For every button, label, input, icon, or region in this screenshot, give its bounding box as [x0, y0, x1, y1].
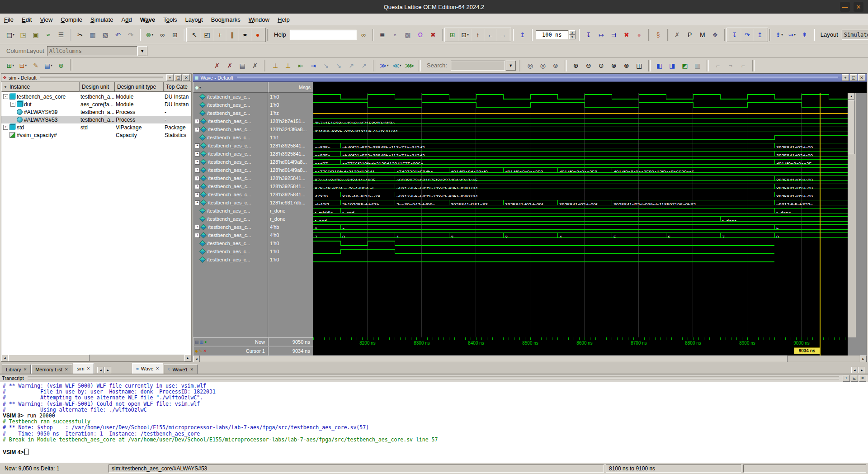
exclude-icon[interactable]: ✗	[671, 29, 683, 41]
print-icon[interactable]: ☰	[55, 29, 67, 41]
column-layout-dropdown-icon[interactable]: ▼	[137, 46, 147, 56]
close-button[interactable]: ✕	[854, 2, 863, 12]
grid-column-icon[interactable]: ▥	[692, 60, 703, 71]
cursor1-label[interactable]: Cursor 1	[207, 348, 268, 354]
back-icon[interactable]: ←	[485, 29, 496, 41]
signal-value-cell[interactable]: 128'h3925841...	[268, 150, 315, 158]
transcript-drag-handle[interactable]	[28, 376, 840, 380]
expand-icon[interactable]: +	[195, 233, 200, 238]
tab-sim[interactable]: sim✕	[73, 363, 94, 374]
remove-view-icon[interactable]: ⊟▾	[17, 60, 29, 71]
column-header-top-cate[interactable]: Top Cate	[164, 82, 191, 92]
undock-button[interactable]: ◱	[175, 74, 182, 81]
wave-horizontal-scrollbar[interactable]: ◂ ▸	[193, 356, 867, 362]
signal-value-cell[interactable]: 4'hb	[268, 223, 315, 231]
restart-icon[interactable]: ↥	[517, 29, 528, 41]
waveform-canvas[interactable]: 2b7e151628aed2a6abf7158809cf4f3c3243f6a8…	[313, 93, 848, 337]
tab-wave1[interactable]: ≈Wave1✕	[164, 365, 198, 374]
tab-memory-list[interactable]: Memory List✕	[31, 365, 72, 374]
cut-icon[interactable]: ✂	[74, 29, 86, 41]
expand-icon[interactable]: +	[195, 127, 200, 132]
wave-list-icon[interactable]: ▤	[195, 340, 199, 344]
undock-button[interactable]: ◱	[851, 375, 858, 382]
tree-row--vsim-capacity-[interactable]: #vsim_capacity#CapacityStatistics	[1, 131, 191, 139]
stretch-mode-icon[interactable]: ≍	[239, 29, 251, 41]
run-length-input[interactable]: 100 ns	[536, 30, 568, 39]
expand-icon[interactable]: +	[195, 200, 200, 205]
new-file-icon[interactable]: ▤▾	[5, 29, 16, 41]
sim-save-icon[interactable]: ≣	[377, 29, 388, 41]
expand-icon[interactable]: +	[195, 119, 200, 124]
signal-row[interactable]: +/testbench_aes_c...	[193, 142, 269, 150]
signal-value-cell[interactable]: 128'he9317db...	[268, 199, 315, 207]
signal-row[interactable]: +/testbench_aes_c...	[193, 150, 269, 158]
column-header-instance[interactable]: ▼Instance	[1, 82, 80, 92]
edit-mode-icon[interactable]: ∥	[226, 29, 238, 41]
delete-sim-icon[interactable]: ✖	[427, 29, 439, 41]
scroll-left-icon[interactable]: ◂	[193, 356, 200, 362]
tree-row-testbench-aes-core[interactable]: -testbench_aes_coretestbench_a...ModuleD…	[1, 93, 191, 100]
wave-signal-values-column[interactable]: 1'h01'h01'hz128'h2b7e151...128'h3243f6a8…	[268, 93, 313, 337]
prev-transition-icon[interactable]: ⇤	[295, 60, 307, 71]
mid-column-icon[interactable]: ◨	[666, 60, 678, 71]
margin-c-icon[interactable]: ⌐	[737, 60, 749, 71]
tab-close-icon[interactable]: ✕	[65, 367, 68, 372]
signal-row[interactable]: +/testbench_aes_c...	[193, 166, 269, 174]
zoom-in-icon[interactable]: ⊕	[570, 60, 582, 71]
wave-msg-icon[interactable]: ▥	[200, 340, 204, 344]
zoom-cursor-icon[interactable]: ⊚	[608, 60, 620, 71]
sim-grid-icon[interactable]: ▩	[402, 29, 414, 41]
timeline-ruler[interactable]: 8200 ns8300 ns8400 ns8500 ns8600 ns8700 …	[313, 337, 848, 346]
run-icon[interactable]: ↧	[583, 29, 594, 41]
zoom-range-icon[interactable]: ⊛	[621, 60, 632, 71]
left-column-icon[interactable]: ◧	[654, 60, 665, 71]
tree-row--always-39[interactable]: #ALWAYS#39testbench_a...Process-	[1, 108, 191, 116]
signal-value-cell[interactable]: 128'h3243f6a8...	[268, 125, 315, 133]
wave-panel-drag-handle[interactable]	[237, 76, 838, 80]
next-rising-icon[interactable]: ↗	[358, 60, 370, 71]
margin-b-icon[interactable]: ¬	[725, 60, 736, 71]
pan-mode-icon[interactable]: +	[214, 29, 226, 41]
open-icon[interactable]: ◳	[17, 29, 29, 41]
right-column-icon[interactable]: ◩	[679, 60, 691, 71]
dock-button[interactable]: +	[842, 74, 849, 81]
tab-close-icon[interactable]: ✕	[190, 367, 193, 372]
signal-value-cell[interactable]: 1'h1	[268, 133, 315, 142]
signal-row[interactable]: +/testbench_aes_c...	[193, 125, 269, 133]
tree-row-dut[interactable]: +dutaes_core(fa...ModuleDU Instan	[1, 100, 191, 108]
close-button[interactable]: ✕	[858, 74, 865, 81]
column-layout-combo[interactable]: AllColumns	[47, 46, 137, 56]
scroll-right-icon[interactable]: ▸	[184, 355, 191, 361]
expand-icon[interactable]: +	[195, 143, 200, 148]
step-out-icon[interactable]: ↥	[754, 29, 766, 41]
signal-value-cell[interactable]: 128'h3925841...	[268, 174, 315, 182]
expand-icon[interactable]: +	[10, 102, 15, 107]
step-over-current-icon[interactable]: ⇝▾	[786, 29, 798, 41]
knot-icon[interactable]: §	[652, 29, 664, 41]
wave-names-header[interactable]: ◆▾	[193, 82, 268, 93]
dock-button[interactable]: +	[166, 74, 174, 81]
tab-wave[interactable]: ≈Wave✕	[132, 363, 163, 374]
wave-panel-titlebar[interactable]: ▦ Wave - Default +◱✕	[193, 74, 867, 82]
paste-wave-icon[interactable]: ▤	[236, 60, 248, 71]
signal-row[interactable]: +/testbench_aes_c...	[193, 174, 269, 182]
sim-region-icon[interactable]: ▫	[389, 29, 401, 41]
signal-row[interactable]: +/testbench_aes_c...	[193, 190, 269, 199]
cursor-delete-icon[interactable]: ✕	[203, 349, 207, 353]
signal-row[interactable]: +/testbench_aes_c...	[193, 231, 269, 239]
redo-icon[interactable]: ↷	[125, 29, 137, 41]
tab-library[interactable]: Library✕	[2, 365, 31, 374]
find-icon[interactable]: ∞	[156, 29, 168, 41]
wave-msgs-header[interactable]: Msgs	[268, 82, 313, 93]
signal-row[interactable]: /testbench_aes_c...	[193, 133, 269, 142]
margin-a-icon[interactable]: ⌐	[712, 60, 724, 71]
process-icon[interactable]: ⊡▾	[459, 29, 471, 41]
signal-value-cell[interactable]: 128'hd014f9a8...	[268, 166, 315, 174]
signal-value-cell[interactable]: 128'hd014f9a8...	[268, 158, 315, 166]
cursor-time-flag[interactable]: 9034 ns	[794, 347, 820, 354]
filter-icon[interactable]: ▼	[4, 85, 7, 89]
menu-tools[interactable]: Tools	[159, 15, 181, 24]
tabs-scroll-left-icon[interactable]: ◂	[851, 367, 858, 373]
expand-icon[interactable]: +	[195, 152, 200, 156]
run-length-spinner[interactable]: ▲▼	[569, 30, 576, 39]
